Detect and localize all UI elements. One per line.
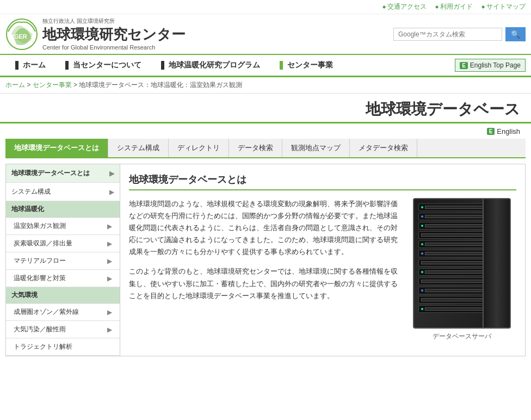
access-link[interactable]: 交通アクセス xyxy=(382,2,427,11)
nav-about[interactable]: 当センターについて xyxy=(55,55,151,76)
english-top-page-label: English Top Page xyxy=(470,61,521,69)
page-title: 地球環境データベース xyxy=(11,99,520,120)
sidebar-item-about-db[interactable]: 地球環境データベースとは ▶ xyxy=(6,164,120,183)
sidebar-pollution-arrow: ▶ xyxy=(107,326,112,333)
english-badge-area: E English xyxy=(0,123,531,139)
led-8 xyxy=(421,271,423,273)
guide-link[interactable]: 利用ガイド xyxy=(435,2,473,11)
nav-home[interactable]: ホーム xyxy=(5,55,55,76)
breadcrumb-current: 地球環境データベース：地球温暖化：温室効果ガス観測 xyxy=(79,81,242,89)
page-title-area: 地球環境データベース xyxy=(0,94,531,123)
logo-area: CGER 独立行政法人 国立環境研究所 地球環境研究センター Center fo… xyxy=(5,17,393,51)
sidebar-trajectory-label: トラジェクトリ解析 xyxy=(14,342,72,351)
tab-about-db-label: 地球環境データベースとは xyxy=(14,144,99,152)
english-badge-label: English xyxy=(497,127,520,135)
breadcrumb-sep-2: > xyxy=(73,81,79,89)
sidebar-ozone-arrow: ▶ xyxy=(107,308,112,316)
led-6 xyxy=(421,252,423,255)
content-section-title: 地球環境データベースとは xyxy=(129,173,516,190)
site-subtitle: Center for Global Environmental Research xyxy=(42,44,186,51)
server-door xyxy=(483,199,510,328)
tab-search-label: データ検索 xyxy=(238,144,273,152)
sidebar-item-ozone[interactable]: 成層圏オゾン／紫外線 ▶ xyxy=(6,304,120,321)
sidebar-item-carbon[interactable]: 炭素吸収源／排出量 ▶ xyxy=(6,235,120,252)
sidebar-item-material[interactable]: マテリアルフロー ▶ xyxy=(6,252,120,270)
image-column: データベースサーバ xyxy=(407,198,516,341)
tab-bar: 地球環境データベースとは システム構成 ディレクトリ データ検索 観測地点マップ… xyxy=(5,139,526,158)
tab-about-db[interactable]: 地球環境データベースとは xyxy=(5,139,108,157)
led-12 xyxy=(421,308,423,310)
server-image xyxy=(413,198,511,329)
sidebar-category-atm-label: 大気環境 xyxy=(11,291,38,299)
sidebar-material-arrow: ▶ xyxy=(107,257,112,265)
nav-business-label: センター事業 xyxy=(287,60,333,70)
sidebar-ozone-label: 成層圏オゾン／紫外線 xyxy=(14,307,79,317)
search-button[interactable]: 🔍 xyxy=(505,27,526,41)
tab-directory-label: ディレクトリ xyxy=(177,144,220,152)
sidebar-ghg-label: 温室効果ガス観測 xyxy=(14,221,66,231)
sidebar-item-ghg[interactable]: 温室効果ガス観測 ▶ xyxy=(6,218,120,235)
english-top-page-button[interactable]: E English Top Page xyxy=(455,59,526,72)
nav-program-label: 地球温暖化研究プログラム xyxy=(169,60,260,70)
nav-marker-home xyxy=(15,61,18,70)
nav-marker-program xyxy=(161,61,164,70)
tab-search[interactable]: データ検索 xyxy=(229,139,282,157)
content-with-image: 地球環境問題のような、地球規模で起きる環境変動の現象解明、将来予測や影響評価など… xyxy=(129,198,516,341)
top-bar: 交通アクセス 利用ガイド サイトマップ xyxy=(0,0,531,14)
led-1 xyxy=(421,206,423,208)
tab-system-label: システム構成 xyxy=(117,144,159,152)
sidebar-item-system[interactable]: システム構成 ▶ xyxy=(6,183,120,201)
sidebar-about-db-arrow: ▶ xyxy=(109,170,114,177)
sidebar-ghg-arrow: ▶ xyxy=(107,223,112,230)
tab-directory[interactable]: ディレクトリ xyxy=(169,139,229,157)
sidebar-category-warming: 地球温暖化 xyxy=(6,201,120,218)
nav-about-label: 当センターについて xyxy=(73,60,141,70)
content-area: 地球環境データベースとは ▶ システム構成 ▶ 地球温暖化 温室効果ガス観測 ▶… xyxy=(5,164,526,356)
sidebar-item-impact[interactable]: 温暖化影響と対策 ▶ xyxy=(6,270,120,287)
english-badge-icon: E xyxy=(487,128,495,135)
text-column: 地球環境問題のような、地球規模で起きる環境変動の現象解明、将来予測や影響評価など… xyxy=(129,198,399,341)
led-5 xyxy=(421,243,423,245)
nav-marker-about xyxy=(65,61,69,70)
sidebar-impact-arrow: ▶ xyxy=(107,275,112,282)
led-10 xyxy=(421,289,423,292)
search-area: 🔍 xyxy=(393,27,526,41)
english-badge[interactable]: E English xyxy=(487,127,520,135)
tab-system[interactable]: システム構成 xyxy=(108,139,169,157)
header: CGER 独立行政法人 国立環境研究所 地球環境研究センター Center fo… xyxy=(0,14,531,55)
cger-logo: CGER xyxy=(5,18,38,51)
sidebar-item-trajectory[interactable]: トラジェクトリ解析 xyxy=(6,338,120,356)
breadcrumb-home[interactable]: ホーム xyxy=(5,81,25,89)
site-title: 地球環境研究センター xyxy=(42,25,186,44)
sidebar-carbon-label: 炭素吸収源／排出量 xyxy=(14,239,72,248)
sitemap-link[interactable]: サイトマップ xyxy=(481,2,526,11)
server-caption: データベースサーバ xyxy=(433,332,491,341)
nav-home-label: ホーム xyxy=(23,60,46,70)
tab-metadata-label: メタデータ検索 xyxy=(359,144,408,152)
tab-map[interactable]: 観測地点マップ xyxy=(282,139,350,157)
sidebar-carbon-arrow: ▶ xyxy=(107,240,112,248)
search-input[interactable] xyxy=(393,28,502,41)
sidebar: 地球環境データベースとは ▶ システム構成 ▶ 地球温暖化 温室効果ガス観測 ▶… xyxy=(5,164,120,356)
sidebar-system-arrow: ▶ xyxy=(109,188,114,196)
led-2 xyxy=(421,215,423,218)
content-paragraph-1: 地球環境問題のような、地球規模で起きる環境変動の現象解明、将来予測や影響評価など… xyxy=(129,198,399,258)
content-paragraph-2: このような背景のもと、地球環境研究センターでは、地球環境に関する各種情報を収集し… xyxy=(129,265,399,301)
breadcrumb-business[interactable]: センター事業 xyxy=(33,81,72,89)
sidebar-system-label: システム構成 xyxy=(11,187,51,196)
sidebar-about-db-label: 地球環境データベースとは xyxy=(11,169,90,178)
sidebar-pollution-label: 大気汚染／酸性雨 xyxy=(14,325,66,334)
led-3 xyxy=(421,225,423,227)
main-nav: ホーム 当センターについて 地球温暖化研究プログラム センター事業 E Engl… xyxy=(0,55,531,77)
tab-metadata[interactable]: メタデータ検索 xyxy=(350,139,417,157)
sidebar-impact-label: 温暖化影響と対策 xyxy=(14,274,66,283)
breadcrumb: ホーム > センター事業 > 地球環境データベース：地球温暖化：温室効果ガス観測 xyxy=(0,77,531,94)
sidebar-material-label: マテリアルフロー xyxy=(14,256,66,265)
sidebar-item-pollution[interactable]: 大気汚染／酸性雨 ▶ xyxy=(6,321,120,338)
nav-business[interactable]: センター事業 xyxy=(270,55,343,76)
sidebar-category-warming-label: 地球温暖化 xyxy=(11,205,44,213)
nav-program[interactable]: 地球温暖化研究プログラム xyxy=(151,55,270,76)
svg-text:CGER: CGER xyxy=(10,33,27,40)
logo-text: 独立行政法人 国立環境研究所 地球環境研究センター Center for Glo… xyxy=(42,17,186,51)
sidebar-category-atmosphere: 大気環境 xyxy=(6,287,120,304)
